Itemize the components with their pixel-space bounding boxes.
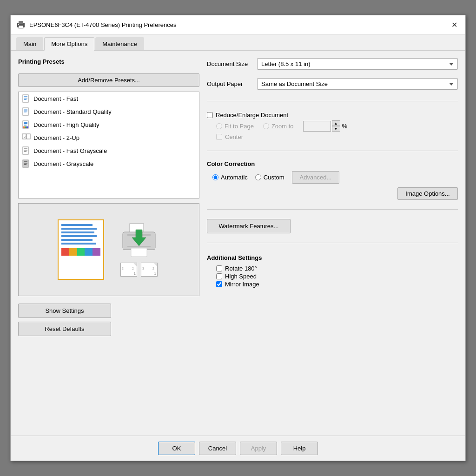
document-size-select[interactable]: Letter (8.5 x 11 in) A4 Legal 4x6 in [257, 58, 458, 70]
svg-rect-2 [19, 26, 23, 28]
title-bar: EPSONE6F3C4 (ET-4700 Series) Printing Pr… [11, 15, 465, 34]
automatic-item: Automatic [212, 174, 248, 181]
preset-label: Document - Fast [33, 95, 78, 102]
preset-label: Document - High Quality [33, 121, 99, 128]
main-window: EPSONE6F3C4 (ET-4700 Series) Printing Pr… [10, 15, 466, 461]
title-bar-left: EPSONE6F3C4 (ET-4700 Series) Printing Pr… [16, 20, 176, 29]
watermark-section: Watermark Features... [207, 219, 458, 233]
printer-svg [118, 223, 160, 260]
reset-defaults-button[interactable]: Reset Defaults [18, 322, 111, 336]
zoom-up-button[interactable]: ▲ [332, 120, 340, 126]
reduce-enlarge-row: Reduce/Enlarge Document [207, 112, 458, 119]
show-settings-button[interactable]: Show Settings [18, 304, 111, 318]
high-speed-label: High Speed [225, 273, 257, 280]
advanced-button[interactable]: Advanced... [292, 171, 340, 184]
preview-area: 1 3 2 1 3 2 [18, 203, 199, 296]
add-remove-presets-button[interactable]: Add/Remove Presets... [18, 73, 199, 87]
list-item[interactable]: Document - Standard Quality [19, 105, 199, 118]
svg-rect-27 [23, 160, 28, 167]
svg-text:2: 2 [24, 135, 26, 139]
zoom-down-button[interactable]: ▼ [332, 126, 340, 132]
zoom-spin-box: ▲ ▼ % [303, 120, 348, 132]
custom-label: Custom [264, 174, 284, 181]
reduce-enlarge-section: Reduce/Enlarge Document Fit to Page Zoom… [207, 111, 458, 141]
list-item[interactable]: Document - Fast [19, 92, 199, 105]
image-options-row: Image Options... [207, 187, 458, 200]
watermark-button[interactable]: Watermark Features... [207, 219, 291, 233]
rotate-180-label: Rotate 180° [225, 265, 257, 272]
color-correction-section: Color Correction Automatic Custom Advanc… [207, 160, 458, 200]
page-mini-left: 1 3 2 [120, 263, 137, 277]
fit-to-page-radio[interactable] [216, 123, 222, 129]
document-size-row: Document Size Letter (8.5 x 11 in) A4 Le… [207, 58, 458, 70]
preset-icon [22, 159, 31, 168]
content-area: Printing Presets Add/Remove Presets... D… [11, 51, 465, 436]
page-stack: 1 3 2 1 3 2 [120, 263, 158, 277]
preset-label: Document - 2-Up [33, 134, 79, 141]
help-button[interactable]: Help [281, 442, 318, 455]
color-correction-options: Automatic Custom Advanced... [212, 171, 458, 184]
output-paper-select[interactable]: Same as Document Size Letter (8.5 x 11 i… [257, 78, 458, 90]
list-item[interactable]: Document - High Quality [19, 118, 199, 131]
svg-rect-1 [19, 21, 23, 24]
cancel-button[interactable]: Cancel [199, 442, 236, 455]
close-button[interactable]: ✕ [449, 19, 460, 30]
document-size-label: Document Size [207, 60, 253, 67]
reduce-enlarge-checkbox[interactable] [207, 112, 213, 118]
list-item[interactable]: 2 Document - 2-Up [19, 131, 199, 144]
zoom-to-radio[interactable] [263, 123, 269, 129]
additional-settings-section: Additional Settings Rotate 180° High Spe… [207, 254, 458, 289]
preset-label: Document - Fast Grayscale [33, 147, 107, 154]
list-item[interactable]: Document - Fast Grayscale [19, 144, 199, 157]
left-panel: Printing Presets Add/Remove Presets... D… [18, 58, 199, 428]
presets-list: Document - Fast Document - Standard Qual… [18, 92, 199, 198]
preset-icon [22, 94, 31, 103]
apply-button[interactable]: Apply [240, 442, 277, 455]
page-mini-right: 1 3 2 [141, 263, 158, 277]
svg-rect-23 [23, 147, 28, 154]
mirror-image-row: Mirror Image [216, 281, 458, 288]
image-options-button[interactable]: Image Options... [397, 187, 458, 200]
center-checkbox[interactable] [216, 134, 222, 140]
custom-radio[interactable] [255, 174, 261, 180]
additional-settings-label: Additional Settings [207, 254, 458, 261]
printer-illustration: 1 3 2 1 3 2 [118, 223, 160, 277]
window-title: EPSONE6F3C4 (ET-4700 Series) Printing Pr… [29, 21, 176, 28]
automatic-radio[interactable] [212, 174, 218, 180]
preset-label: Document - Standard Quality [33, 108, 112, 115]
output-paper-row: Output Paper Same as Document Size Lette… [207, 78, 458, 90]
fit-zoom-group: Fit to Page Zoom to ▲ ▼ % [216, 120, 458, 132]
right-panel: Document Size Letter (8.5 x 11 in) A4 Le… [207, 58, 458, 428]
rotate-180-checkbox[interactable] [216, 265, 222, 271]
svg-rect-19 [26, 126, 28, 128]
tab-maintenance[interactable]: Maintenance [95, 37, 144, 50]
tab-main[interactable]: Main [16, 37, 43, 50]
ok-button[interactable]: OK [158, 442, 195, 455]
mirror-image-checkbox[interactable] [216, 281, 222, 287]
rotate-180-row: Rotate 180° [216, 265, 458, 272]
custom-item: Custom [255, 174, 284, 181]
printing-presets-label: Printing Presets [18, 58, 199, 65]
zoom-input[interactable] [303, 121, 331, 132]
preset-icon [22, 146, 31, 155]
output-paper-label: Output Paper [207, 80, 253, 87]
high-speed-row: High Speed [216, 273, 458, 280]
fit-to-page-item: Fit to Page [216, 123, 254, 130]
percent-label: % [342, 123, 348, 130]
preset-label: Document - Grayscale [33, 160, 93, 167]
footer-buttons: OK Cancel Apply Help [11, 436, 465, 461]
fit-to-page-label: Fit to Page [225, 123, 254, 130]
zoom-to-label: Zoom to [271, 123, 294, 130]
high-speed-checkbox[interactable] [216, 273, 222, 279]
printer-title-icon [16, 20, 26, 29]
svg-rect-8 [23, 108, 28, 115]
svg-rect-4 [23, 95, 28, 102]
list-item[interactable]: Document - Grayscale [19, 157, 199, 170]
automatic-label: Automatic [221, 174, 248, 181]
color-correction-label: Color Correction [207, 160, 458, 167]
tab-more-options[interactable]: More Options [44, 37, 94, 51]
zoom-to-item: Zoom to [263, 123, 294, 130]
reduce-enlarge-label[interactable]: Reduce/Enlarge Document [216, 112, 288, 119]
document-thumbnail [58, 219, 104, 280]
center-label: Center [225, 133, 243, 140]
